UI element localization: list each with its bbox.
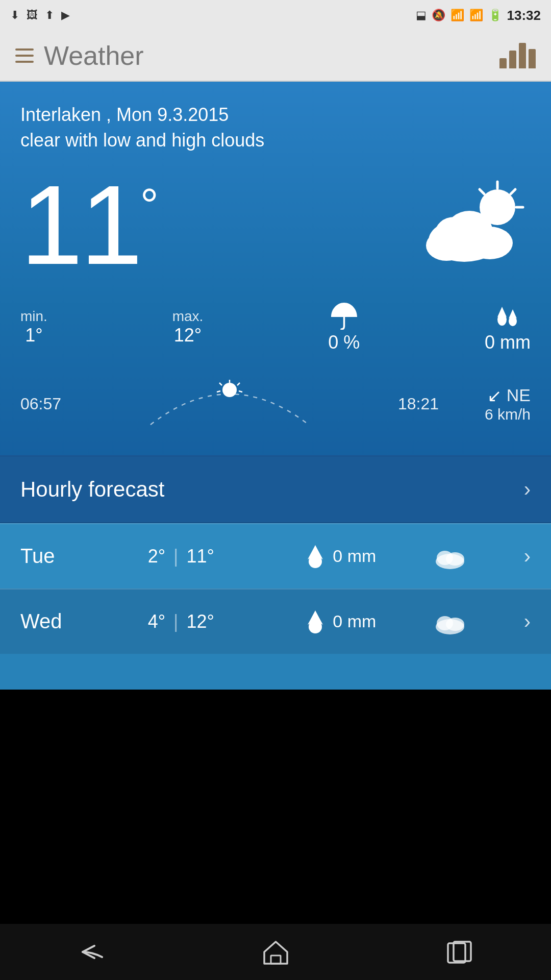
day-name-wed: Wed — [20, 610, 92, 633]
details-row: min. 1° max. 12° 0 % 0 mm — [20, 302, 531, 353]
status-icons-right: ⬓ 🔕 📶 📶 🔋 13:32 — [416, 8, 541, 23]
day-min-wed: 4° — [148, 611, 165, 632]
svg-rect-30 — [454, 942, 471, 961]
rain-chance-value: 0 % — [328, 332, 360, 353]
hourly-chevron-icon: › — [524, 478, 531, 501]
home-icon — [262, 939, 290, 965]
umbrella-icon — [330, 302, 358, 330]
svg-line-18 — [219, 383, 222, 385]
temperature-value: 11 — [20, 162, 140, 288]
chart-bar-1 — [499, 58, 507, 68]
weather-description: clear with low and high clouds — [20, 128, 531, 153]
day-rain-tue: 0 mm — [306, 544, 376, 569]
weather-main-card: Interlaken , Mon 9.3.2015 clear with low… — [0, 82, 551, 457]
day-rain-mm-tue: 0 mm — [333, 546, 376, 566]
day-temps-wed: 4° | 12° — [148, 611, 250, 632]
chart-bar-2 — [509, 51, 516, 68]
sun-arc-svg — [140, 379, 319, 430]
temp-degree: ° — [140, 169, 159, 232]
weather-row: 11° — [20, 169, 531, 281]
chart-icon[interactable] — [499, 43, 536, 68]
day-rain-wed: 0 mm — [306, 609, 376, 634]
header-left: Weather — [15, 40, 144, 71]
chart-bar-3 — [519, 43, 526, 68]
hourly-row[interactable]: Hourly forecast › — [0, 457, 551, 522]
temperature-display: 11° — [20, 169, 159, 281]
rain-chance: 0 % — [328, 302, 360, 353]
svg-line-16 — [237, 383, 240, 385]
chart-bar-4 — [529, 49, 536, 68]
status-time: 13:32 — [507, 8, 541, 23]
forecast-day-tue[interactable]: Tue 2° | 11° 0 mm › — [0, 523, 551, 589]
sun-row: 06:57 18:21 ↙ NE 6 km/h — [20, 379, 531, 430]
svg-line-17 — [239, 391, 242, 392]
day-min-tue: 2° — [148, 546, 165, 567]
wifi-icon: 📶 — [450, 9, 464, 22]
forecast-day-wed[interactable]: Wed 4° | 12° 0 mm › — [0, 589, 551, 654]
wind-info: ↙ NE 6 km/h — [439, 385, 531, 423]
cloud-sun-icon — [418, 179, 531, 271]
svg-rect-28 — [271, 955, 281, 964]
cloud-icon-wed — [432, 609, 468, 634]
day-max-tue: 11° — [186, 546, 214, 567]
play-icon: ▶ — [61, 9, 70, 22]
day-temps-tue: 2° | 11° — [148, 546, 250, 567]
svg-point-10 — [435, 217, 473, 252]
min-label: min. — [20, 308, 47, 325]
partial-next-day — [0, 654, 551, 690]
app-title: Weather — [44, 40, 144, 71]
raindrop-icon — [493, 302, 521, 330]
hourly-section[interactable]: Hourly forecast › — [0, 457, 551, 523]
min-value: 1° — [20, 325, 47, 346]
menu-button[interactable] — [15, 48, 34, 63]
wind-arrow-icon: ↙ — [487, 385, 502, 406]
svg-point-23 — [446, 552, 464, 566]
cloud-icon-tue — [432, 544, 468, 569]
temp-divider-tue: | — [168, 546, 183, 567]
svg-point-14 — [222, 383, 237, 397]
upload-icon: ⬆ — [45, 9, 54, 22]
max-value: 12° — [172, 325, 204, 346]
svg-line-19 — [217, 391, 220, 392]
back-icon — [77, 942, 107, 962]
svg-line-4 — [480, 189, 484, 194]
sun-arc — [61, 379, 398, 430]
svg-rect-29 — [448, 943, 465, 963]
rain-mm-value: 0 mm — [485, 332, 531, 353]
day-rain-mm-wed: 0 mm — [333, 611, 376, 631]
raindrop-icon-tue — [306, 544, 325, 569]
weather-icon-area — [418, 169, 531, 271]
app-header: Weather — [0, 31, 551, 82]
signal-icon: 📶 — [469, 9, 483, 22]
max-label: max. — [172, 308, 204, 325]
download-icon: ⬇ — [10, 9, 19, 22]
status-icons-left: ⬇ 🖼 ⬆ ▶ — [10, 9, 70, 22]
recents-button[interactable] — [429, 934, 490, 970]
hourly-label: Hourly forecast — [20, 477, 164, 502]
battery-icon: 🔋 — [488, 9, 502, 22]
location-date: Interlaken , Mon 9.3.2015 clear with low… — [20, 102, 531, 154]
bluetooth-icon: ⬓ — [416, 9, 427, 22]
wind-direction: NE — [507, 385, 531, 405]
forecast-list: Tue 2° | 11° 0 mm › Wed 4° | 12° — [0, 523, 551, 654]
home-button[interactable] — [245, 934, 306, 970]
svg-point-27 — [446, 618, 464, 631]
back-button[interactable] — [61, 934, 122, 970]
max-temp: max. 12° — [172, 308, 204, 346]
bottom-nav — [0, 924, 551, 980]
image-icon: 🖼 — [27, 9, 38, 22]
svg-line-3 — [511, 189, 515, 194]
min-temp: min. 1° — [20, 308, 47, 346]
raindrop-icon-wed — [306, 609, 325, 634]
rain-mm: 0 mm — [485, 302, 531, 353]
recents-icon — [445, 941, 473, 964]
day-name-tue: Tue — [20, 545, 92, 568]
sunset-time: 18:21 — [398, 395, 439, 413]
mute-icon: 🔕 — [432, 9, 445, 22]
chevron-icon-tue: › — [524, 545, 531, 568]
day-max-wed: 12° — [186, 611, 214, 632]
sunrise-time: 06:57 — [20, 395, 61, 413]
status-bar: ⬇ 🖼 ⬆ ▶ ⬓ 🔕 📶 📶 🔋 13:32 — [0, 0, 551, 31]
wind-speed: 6 km/h — [439, 406, 531, 423]
location-text: Interlaken , Mon 9.3.2015 — [20, 102, 531, 128]
